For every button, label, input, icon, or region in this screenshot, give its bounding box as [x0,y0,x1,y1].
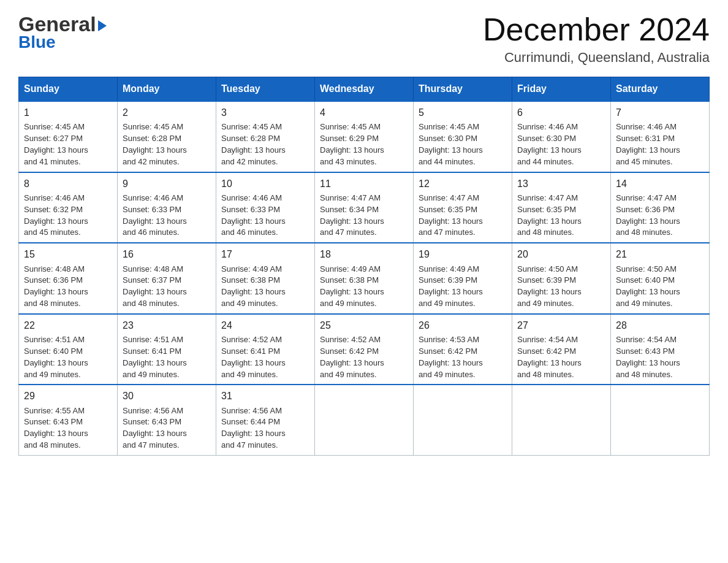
day-number: 16 [123,247,211,261]
weekday-header-monday: Monday [118,77,216,102]
day-info: Sunrise: 4:49 AMSunset: 6:38 PMDaylight:… [320,264,384,308]
day-number: 2 [123,105,211,120]
day-number: 14 [616,177,704,191]
calendar-cell: 30Sunrise: 4:56 AMSunset: 6:43 PMDayligh… [118,385,216,455]
weekday-header-thursday: Thursday [414,77,512,102]
day-info: Sunrise: 4:51 AMSunset: 6:41 PMDaylight:… [123,335,187,379]
day-info: Sunrise: 4:45 AMSunset: 6:27 PMDaylight:… [24,122,88,166]
day-number: 3 [221,105,309,120]
calendar-cell: 26Sunrise: 4:53 AMSunset: 6:42 PMDayligh… [414,314,512,385]
weekday-header-saturday: Saturday [611,77,710,102]
weekday-header-row: SundayMondayTuesdayWednesdayThursdayFrid… [19,77,710,102]
day-info: Sunrise: 4:50 AMSunset: 6:40 PMDaylight:… [616,264,680,308]
day-number: 26 [419,318,507,332]
day-info: Sunrise: 4:48 AMSunset: 6:36 PMDaylight:… [24,264,88,308]
week-row-3: 15Sunrise: 4:48 AMSunset: 6:36 PMDayligh… [19,243,710,314]
calendar-cell: 7Sunrise: 4:46 AMSunset: 6:31 PMDaylight… [611,101,710,172]
day-number: 4 [320,105,408,120]
day-number: 30 [123,389,211,403]
day-number: 10 [221,177,309,191]
day-number: 28 [616,318,704,332]
day-number: 7 [616,105,704,120]
location-title: Currimundi, Queensland, Australia [483,50,710,66]
day-number: 15 [24,247,112,261]
calendar-cell: 18Sunrise: 4:49 AMSunset: 6:38 PMDayligh… [315,243,414,314]
day-number: 24 [221,318,309,332]
weekday-header-tuesday: Tuesday [216,77,315,102]
month-title: December 2024 [483,12,710,47]
day-info: Sunrise: 4:53 AMSunset: 6:42 PMDaylight:… [419,335,483,379]
calendar-cell [315,385,414,455]
week-row-4: 22Sunrise: 4:51 AMSunset: 6:40 PMDayligh… [19,314,710,385]
calendar-cell: 16Sunrise: 4:48 AMSunset: 6:37 PMDayligh… [118,243,216,314]
day-info: Sunrise: 4:46 AMSunset: 6:32 PMDaylight:… [24,193,88,237]
day-number: 13 [517,177,605,191]
day-info: Sunrise: 4:52 AMSunset: 6:42 PMDaylight:… [320,335,384,379]
calendar-cell: 31Sunrise: 4:56 AMSunset: 6:44 PMDayligh… [216,385,315,455]
day-number: 9 [123,177,211,191]
calendar-cell: 29Sunrise: 4:55 AMSunset: 6:43 PMDayligh… [19,385,118,455]
day-number: 29 [24,389,112,403]
calendar-cell: 2Sunrise: 4:45 AMSunset: 6:28 PMDaylight… [118,101,216,172]
title-area: December 2024 Currimundi, Queensland, Au… [483,12,710,66]
day-number: 6 [517,105,605,120]
day-info: Sunrise: 4:56 AMSunset: 6:43 PMDaylight:… [123,406,187,450]
day-info: Sunrise: 4:45 AMSunset: 6:28 PMDaylight:… [123,122,187,166]
day-number: 25 [320,318,408,332]
day-info: Sunrise: 4:55 AMSunset: 6:43 PMDaylight:… [24,406,88,450]
day-number: 1 [24,105,112,120]
day-info: Sunrise: 4:46 AMSunset: 6:33 PMDaylight:… [221,193,286,237]
day-info: Sunrise: 4:48 AMSunset: 6:37 PMDaylight:… [123,264,187,308]
calendar-cell: 10Sunrise: 4:46 AMSunset: 6:33 PMDayligh… [216,172,315,243]
logo-area: General Blue [18,12,107,52]
weekday-header-friday: Friday [512,77,611,102]
calendar-cell: 6Sunrise: 4:46 AMSunset: 6:30 PMDaylight… [512,101,611,172]
day-number: 12 [419,177,507,191]
calendar-cell: 17Sunrise: 4:49 AMSunset: 6:38 PMDayligh… [216,243,315,314]
week-row-2: 8Sunrise: 4:46 AMSunset: 6:32 PMDaylight… [19,172,710,243]
calendar-cell [414,385,512,455]
day-number: 22 [24,318,112,332]
day-info: Sunrise: 4:47 AMSunset: 6:36 PMDaylight:… [616,193,680,237]
day-number: 23 [123,318,211,332]
week-row-1: 1Sunrise: 4:45 AMSunset: 6:27 PMDaylight… [19,101,710,172]
page-header: General Blue December 2024 Currimundi, Q… [18,12,710,66]
calendar-cell [512,385,611,455]
day-info: Sunrise: 4:49 AMSunset: 6:39 PMDaylight:… [419,264,483,308]
calendar-cell: 22Sunrise: 4:51 AMSunset: 6:40 PMDayligh… [19,314,118,385]
calendar-table: SundayMondayTuesdayWednesdayThursdayFrid… [18,77,710,456]
calendar-cell: 4Sunrise: 4:45 AMSunset: 6:29 PMDaylight… [315,101,414,172]
day-number: 19 [419,247,507,261]
calendar-cell: 28Sunrise: 4:54 AMSunset: 6:43 PMDayligh… [611,314,710,385]
day-number: 11 [320,177,408,191]
day-number: 27 [517,318,605,332]
day-number: 18 [320,247,408,261]
calendar-cell: 27Sunrise: 4:54 AMSunset: 6:42 PMDayligh… [512,314,611,385]
calendar-cell: 23Sunrise: 4:51 AMSunset: 6:41 PMDayligh… [118,314,216,385]
day-info: Sunrise: 4:47 AMSunset: 6:34 PMDaylight:… [320,193,384,237]
week-row-5: 29Sunrise: 4:55 AMSunset: 6:43 PMDayligh… [19,385,710,455]
calendar-cell: 24Sunrise: 4:52 AMSunset: 6:41 PMDayligh… [216,314,315,385]
day-info: Sunrise: 4:54 AMSunset: 6:42 PMDaylight:… [517,335,582,379]
calendar-cell: 15Sunrise: 4:48 AMSunset: 6:36 PMDayligh… [19,243,118,314]
day-info: Sunrise: 4:47 AMSunset: 6:35 PMDaylight:… [419,193,483,237]
day-number: 21 [616,247,704,261]
day-info: Sunrise: 4:54 AMSunset: 6:43 PMDaylight:… [616,335,680,379]
day-info: Sunrise: 4:49 AMSunset: 6:38 PMDaylight:… [221,264,286,308]
day-info: Sunrise: 4:45 AMSunset: 6:30 PMDaylight:… [419,122,483,166]
calendar-cell: 5Sunrise: 4:45 AMSunset: 6:30 PMDaylight… [414,101,512,172]
day-info: Sunrise: 4:45 AMSunset: 6:29 PMDaylight:… [320,122,384,166]
calendar-cell: 9Sunrise: 4:46 AMSunset: 6:33 PMDaylight… [118,172,216,243]
weekday-header-sunday: Sunday [19,77,118,102]
day-number: 17 [221,247,309,261]
day-info: Sunrise: 4:47 AMSunset: 6:35 PMDaylight:… [517,193,582,237]
calendar-cell: 8Sunrise: 4:46 AMSunset: 6:32 PMDaylight… [19,172,118,243]
day-info: Sunrise: 4:56 AMSunset: 6:44 PMDaylight:… [221,406,286,450]
calendar-cell: 20Sunrise: 4:50 AMSunset: 6:39 PMDayligh… [512,243,611,314]
calendar-cell: 1Sunrise: 4:45 AMSunset: 6:27 PMDaylight… [19,101,118,172]
day-number: 8 [24,177,112,191]
day-info: Sunrise: 4:46 AMSunset: 6:33 PMDaylight:… [123,193,187,237]
calendar-cell: 13Sunrise: 4:47 AMSunset: 6:35 PMDayligh… [512,172,611,243]
day-number: 20 [517,247,605,261]
logo-arrow-icon [98,20,107,31]
